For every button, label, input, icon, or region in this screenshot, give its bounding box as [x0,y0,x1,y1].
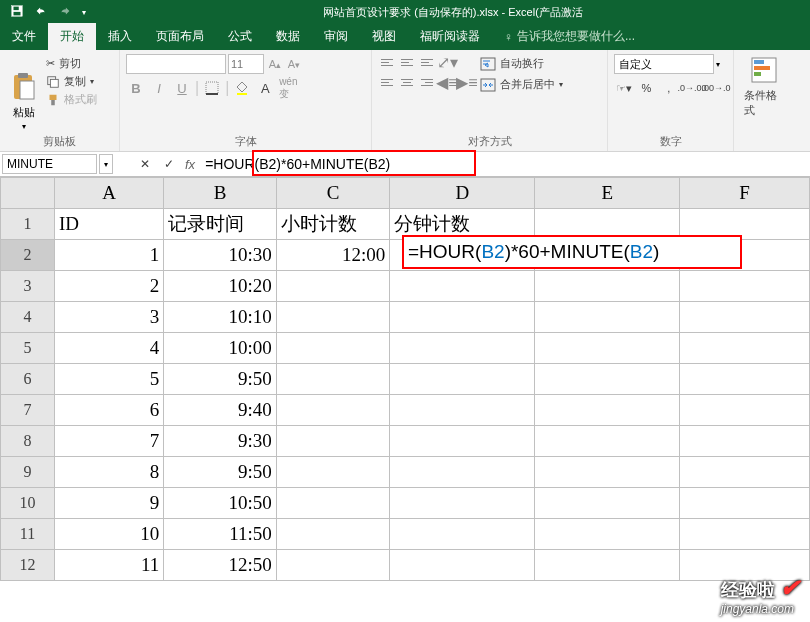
underline-button[interactable]: U [172,78,192,98]
cell[interactable]: 10:00 [164,333,277,364]
align-left-button[interactable] [378,74,396,90]
row-header-5[interactable]: 5 [1,333,55,364]
cell[interactable]: 小时计数 [276,209,389,240]
cell[interactable]: 9:40 [164,395,277,426]
name-box[interactable] [2,154,97,174]
cut-button[interactable]: ✂ 剪切 [46,56,97,71]
cell[interactable]: 12:00 [276,240,389,271]
cell[interactable]: 7 [54,426,163,457]
cell[interactable] [276,302,389,333]
tab-data[interactable]: 数据 [264,23,312,50]
cell[interactable]: 1 [54,240,163,271]
increase-decimal-button[interactable]: .0→.00 [681,78,703,98]
undo-icon[interactable] [34,4,48,20]
cell[interactable] [680,457,810,488]
decrease-decimal-button[interactable]: .00→.0 [705,78,727,98]
cell[interactable] [276,519,389,550]
cell[interactable]: 11:50 [164,519,277,550]
copy-button[interactable]: 复制 ▾ [46,74,97,89]
cancel-formula-button[interactable]: ✕ [133,154,157,174]
font-name-select[interactable] [126,54,226,74]
cell[interactable] [276,271,389,302]
align-middle-button[interactable] [398,54,416,70]
align-bottom-button[interactable] [418,54,436,70]
cell[interactable]: 6 [54,395,163,426]
cell[interactable] [276,550,389,581]
redo-icon[interactable] [58,4,72,20]
decrease-indent-button[interactable]: ◀≡ [438,74,456,90]
cell[interactable] [680,426,810,457]
cell[interactable] [390,333,535,364]
cell[interactable] [680,519,810,550]
wrap-text-button[interactable]: 自动换行 [480,56,563,71]
cell[interactable] [390,395,535,426]
border-button[interactable] [202,78,222,98]
row-header-9[interactable]: 9 [1,457,55,488]
cell[interactable] [535,488,680,519]
row-header-6[interactable]: 6 [1,364,55,395]
cell[interactable]: 10:20 [164,271,277,302]
align-top-button[interactable] [378,54,396,70]
row-header-3[interactable]: 3 [1,271,55,302]
col-header-C[interactable]: C [276,178,389,209]
cell[interactable]: 10:50 [164,488,277,519]
comma-button[interactable]: , [659,78,679,98]
cell[interactable] [535,457,680,488]
increase-indent-button[interactable]: ▶≡ [458,74,476,90]
cell[interactable] [680,488,810,519]
col-header-E[interactable]: E [535,178,680,209]
align-right-button[interactable] [418,74,436,90]
cell[interactable] [680,333,810,364]
cell[interactable]: 5 [54,364,163,395]
formula-input[interactable] [199,154,810,174]
cell[interactable] [680,302,810,333]
cell[interactable]: 12:50 [164,550,277,581]
cell[interactable] [390,488,535,519]
tab-review[interactable]: 审阅 [312,23,360,50]
col-header-A[interactable]: A [54,178,163,209]
cell[interactable] [390,271,535,302]
increase-font-button[interactable]: A▴ [266,54,284,74]
col-header-D[interactable]: D [390,178,535,209]
format-painter-button[interactable]: 格式刷 [46,92,97,107]
tab-file[interactable]: 文件 [0,23,48,50]
row-header-1[interactable]: 1 [1,209,55,240]
bold-button[interactable]: B [126,78,146,98]
cell[interactable] [680,271,810,302]
name-box-dropdown[interactable]: ▾ [99,154,113,174]
cell[interactable] [680,364,810,395]
tab-formulas[interactable]: 公式 [216,23,264,50]
cell[interactable] [535,333,680,364]
orientation-button[interactable]: ⤢▾ [438,54,456,70]
cell[interactable] [535,395,680,426]
merge-center-button[interactable]: 合并后居中 ▾ [480,77,563,92]
cell[interactable]: 10:30 [164,240,277,271]
row-header-11[interactable]: 11 [1,519,55,550]
cell[interactable] [390,519,535,550]
col-header-F[interactable]: F [680,178,810,209]
cell[interactable]: 9:50 [164,457,277,488]
cell[interactable]: 11 [54,550,163,581]
row-header-10[interactable]: 10 [1,488,55,519]
cell[interactable] [276,333,389,364]
cell[interactable] [535,302,680,333]
fx-icon[interactable]: fx [181,157,199,172]
italic-button[interactable]: I [149,78,169,98]
cell[interactable]: 10:10 [164,302,277,333]
paste-button[interactable]: 粘贴 ▾ [10,71,38,131]
tab-layout[interactable]: 页面布局 [144,23,216,50]
cell[interactable]: 3 [54,302,163,333]
tab-view[interactable]: 视图 [360,23,408,50]
select-all-button[interactable] [1,178,55,209]
cell[interactable]: ID [54,209,163,240]
tell-me[interactable]: ♀ 告诉我您想要做什么... [492,23,647,50]
accounting-button[interactable]: ☞▾ [614,78,634,98]
cell[interactable]: 9:30 [164,426,277,457]
cell[interactable]: 9 [54,488,163,519]
save-icon[interactable] [10,4,24,20]
cell[interactable] [276,457,389,488]
row-header-4[interactable]: 4 [1,302,55,333]
row-header-7[interactable]: 7 [1,395,55,426]
cell[interactable] [276,488,389,519]
row-header-8[interactable]: 8 [1,426,55,457]
